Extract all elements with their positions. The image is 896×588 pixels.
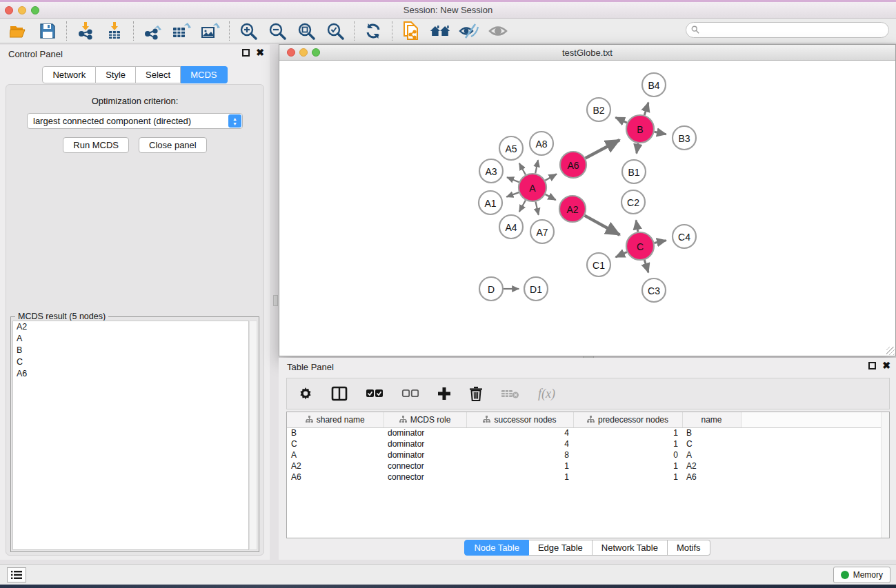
zoom-selected-icon[interactable] xyxy=(325,21,346,41)
graph-edge-C-C1[interactable] xyxy=(615,252,626,257)
table-cell[interactable]: A xyxy=(682,449,741,460)
graph-edge-B-B4[interactable] xyxy=(644,103,648,115)
graph-edge-A-A2[interactable] xyxy=(546,194,556,200)
memory-button[interactable]: Memory xyxy=(833,567,890,583)
table-cell[interactable]: A xyxy=(287,449,384,460)
table-cell[interactable]: B xyxy=(682,427,741,438)
column-view-icon[interactable] xyxy=(331,383,348,404)
float-panel-icon[interactable] xyxy=(242,49,250,57)
result-item[interactable]: A xyxy=(13,333,248,345)
graph-edge-C-C4[interactable] xyxy=(655,241,666,243)
splitpane-handle[interactable] xyxy=(273,295,278,306)
table-cell[interactable]: A2 xyxy=(682,460,741,472)
graph-edge-A-A5[interactable] xyxy=(519,163,526,175)
table-cell[interactable]: 8 xyxy=(466,449,573,460)
export-table-icon[interactable] xyxy=(171,21,192,41)
tab-node-table[interactable]: Node Table xyxy=(464,540,529,556)
table-cell[interactable]: dominator xyxy=(384,438,466,449)
table-cell[interactable]: 1 xyxy=(466,460,573,472)
table-cell[interactable]: connector xyxy=(384,472,466,483)
column-header-shared-name[interactable]: shared name xyxy=(287,412,384,427)
delete-table-icon[interactable] xyxy=(501,383,520,404)
run-mcds-button[interactable]: Run MCDS xyxy=(63,137,129,153)
graph-edge-A-A7[interactable] xyxy=(535,202,538,215)
table-scrollbar[interactable] xyxy=(881,412,889,538)
hide-selected-icon[interactable] xyxy=(459,21,479,41)
graph-edge-A-A1[interactable] xyxy=(506,192,519,196)
table-cell[interactable]: 4 xyxy=(466,438,573,449)
search-input[interactable] xyxy=(686,22,889,38)
home-icon[interactable] xyxy=(430,21,450,41)
column-header-successor-nodes[interactable]: successor nodes xyxy=(466,412,573,427)
tab-network-table[interactable]: Network Table xyxy=(593,540,668,556)
table-cell[interactable]: 1 xyxy=(573,427,682,438)
save-session-icon[interactable] xyxy=(37,21,58,41)
float-table-panel-icon[interactable] xyxy=(868,362,876,369)
table-row[interactable]: Adominator80A xyxy=(287,449,889,460)
new-session-from-network-icon[interactable] xyxy=(401,21,421,41)
tab-network[interactable]: Network xyxy=(42,66,96,83)
graph-edge-A6-B[interactable] xyxy=(586,140,620,159)
table-cell[interactable]: 0 xyxy=(573,449,682,460)
refresh-icon[interactable] xyxy=(363,21,384,41)
tab-mcds[interactable]: MCDS xyxy=(181,66,227,83)
gear-icon[interactable] xyxy=(298,383,313,404)
table-row[interactable]: Cdominator41C xyxy=(287,438,889,449)
table-cell[interactable]: B xyxy=(287,427,384,438)
result-item[interactable]: A2 xyxy=(13,321,248,333)
tab-motifs[interactable]: Motifs xyxy=(668,540,710,556)
result-scrollbar[interactable] xyxy=(249,321,257,550)
table-cell[interactable]: C xyxy=(287,438,384,449)
optimization-criterion-select[interactable]: largest connected component (directed) ▲… xyxy=(27,113,243,129)
result-item[interactable]: B xyxy=(13,345,248,356)
import-table-icon[interactable] xyxy=(104,21,125,41)
table-cell[interactable]: A6 xyxy=(287,472,384,483)
result-item[interactable]: A6 xyxy=(13,368,248,380)
table-cell[interactable]: dominator xyxy=(384,427,466,438)
table-row[interactable]: Bdominator41B xyxy=(287,427,889,438)
table-cell[interactable]: 1 xyxy=(573,460,682,472)
tab-select[interactable]: Select xyxy=(136,66,181,83)
column-header-MCDS-role[interactable]: MCDS role xyxy=(384,412,466,427)
resize-grip[interactable] xyxy=(886,347,895,355)
table-cell[interactable]: A2 xyxy=(287,460,384,472)
tab-style[interactable]: Style xyxy=(96,66,136,83)
table-cell[interactable]: 1 xyxy=(573,472,682,483)
table-cell[interactable]: C xyxy=(682,438,741,449)
mcds-result-list[interactable]: A2ABCA6 xyxy=(12,321,249,550)
graph-edge-A-A3[interactable] xyxy=(507,177,519,182)
graph-edge-A-A6[interactable] xyxy=(545,174,557,180)
result-item[interactable]: C xyxy=(13,356,248,368)
graph-edge-A-A4[interactable] xyxy=(519,200,526,212)
deselect-all-icon[interactable] xyxy=(401,383,419,404)
zoom-in-icon[interactable] xyxy=(238,21,259,41)
network-graph[interactable]: AA1A2A3A4A5A6A7A8BB1B2B3B4CC1C2C3C4DD1 xyxy=(280,61,896,356)
table-row[interactable]: A6connector11A6 xyxy=(287,472,889,483)
table-cell[interactable]: 1 xyxy=(466,472,573,483)
export-image-icon[interactable] xyxy=(200,21,221,41)
network-canvas[interactable]: AA1A2A3A4A5A6A7A8BB1B2B3B4CC1C2C3C4DD1 xyxy=(280,61,895,355)
close-panel-icon[interactable]: ✖ xyxy=(256,49,264,57)
delete-column-icon[interactable] xyxy=(469,383,483,404)
close-panel-button[interactable]: Close panel xyxy=(139,137,207,153)
graph-edge-B-B2[interactable] xyxy=(615,117,627,123)
table-cell[interactable]: connector xyxy=(384,460,466,472)
graph-edge-C-C3[interactable] xyxy=(644,260,648,272)
table-cell[interactable]: dominator xyxy=(384,449,466,460)
graph-edge-C-C2[interactable] xyxy=(636,220,638,232)
export-network-icon[interactable] xyxy=(142,21,163,41)
table-cell[interactable]: A6 xyxy=(682,472,741,483)
import-network-icon[interactable] xyxy=(75,21,96,41)
task-history-button[interactable] xyxy=(7,567,26,582)
graph-edge-B-B1[interactable] xyxy=(637,143,638,154)
zoom-out-icon[interactable] xyxy=(267,21,288,41)
function-builder-icon[interactable]: f(x) xyxy=(538,387,555,401)
column-header-predecessor-nodes[interactable]: predecessor nodes xyxy=(573,412,682,427)
column-header-name[interactable]: name xyxy=(682,412,741,427)
table-row[interactable]: A2connector11A2 xyxy=(287,460,889,472)
graph-edge-A2-C[interactable] xyxy=(585,216,620,235)
table-cell[interactable]: 1 xyxy=(573,438,682,449)
graph-edge-A-A8[interactable] xyxy=(535,160,538,173)
close-table-panel-icon[interactable]: ✖ xyxy=(882,362,890,369)
tab-edge-table[interactable]: Edge Table xyxy=(529,540,593,556)
